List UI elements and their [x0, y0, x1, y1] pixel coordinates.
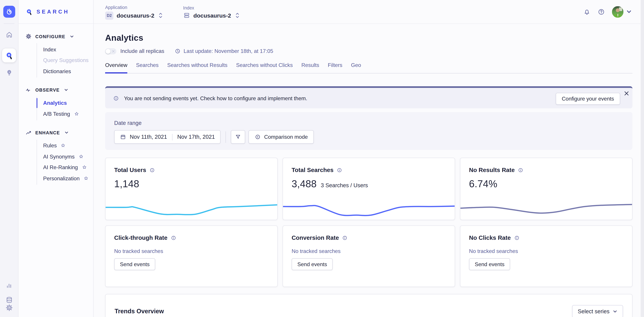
sidebar-item-label: Index: [43, 46, 56, 52]
metric-value: 1,148: [114, 178, 139, 190]
star-icon: [82, 165, 87, 170]
empty-state-text: No tracked searches: [292, 248, 455, 254]
toggle-off-x-icon: [112, 50, 115, 53]
toggle-knob: [106, 49, 110, 54]
star-icon: [83, 176, 89, 181]
search-product-icon: [5, 51, 13, 60]
info-icon[interactable]: [518, 167, 523, 173]
home-icon[interactable]: [5, 31, 13, 38]
date-range-button[interactable]: Nov 11th, 2021 Nov 17th, 2021: [114, 130, 220, 144]
sidebar-item-rules[interactable]: Rules: [43, 140, 93, 151]
info-icon[interactable]: [150, 167, 155, 173]
sidebar-item-label: AI Synonyms: [43, 154, 74, 160]
main-area: Application D2 docusaurus-2 Index: [94, 0, 644, 317]
info-icon[interactable]: [171, 235, 176, 240]
include-replicas-label: Include all replicas: [120, 48, 164, 54]
send-events-button[interactable]: Send events: [114, 258, 155, 270]
avatar[interactable]: [612, 6, 624, 18]
sidebar-item-ai-re-ranking[interactable]: AI Re-Ranking: [43, 162, 93, 173]
notifications-bell-icon[interactable]: [583, 8, 590, 16]
info-icon[interactable]: [342, 235, 348, 240]
sidebar-item-label: Analytics: [43, 100, 67, 106]
select-chevrons-icon: [235, 12, 239, 19]
chevron-down-icon: [64, 88, 68, 92]
sidebar-section-configure: CONFIGURE Index Query Suggestions Dictio…: [18, 33, 93, 78]
banner-message: You are not sending events yet. Check ho…: [124, 95, 307, 101]
trends-title: Trends Overview: [114, 308, 164, 314]
chevron-down-icon: [613, 309, 617, 314]
sidebar: SEARCH CONFIGURE I: [18, 0, 94, 317]
info-icon[interactable]: [514, 235, 520, 240]
date-separator: [172, 134, 172, 140]
sidebar-item-dictionaries[interactable]: Dictionaries: [43, 66, 93, 76]
star-icon: [78, 154, 84, 159]
product-wordmark: SEARCH: [36, 8, 70, 15]
sidebar-item-personalization[interactable]: Personalization: [43, 173, 93, 184]
star-icon: [74, 111, 79, 116]
filter-button[interactable]: [231, 130, 245, 144]
sidebar-item-ab-testing[interactable]: A/B Testing: [43, 108, 93, 119]
sidebar-item-query-suggestions[interactable]: Query Suggestions: [43, 55, 93, 66]
card-title: Conversion Rate: [292, 234, 339, 241]
select-series-label: Select series: [578, 308, 610, 314]
stopwatch-icon: [5, 8, 13, 16]
sidebar-section-observe-header[interactable]: OBSERVE: [26, 87, 93, 93]
send-events-button[interactable]: Send events: [292, 258, 333, 270]
monitoring-chart-icon[interactable]: [6, 282, 13, 289]
trends-overview-card: Trends Overview Select series: [105, 294, 632, 317]
sidebar-section-label: ENHANCE: [35, 130, 60, 135]
algolia-app-badge[interactable]: [3, 6, 15, 18]
card-title: No Results Rate: [469, 166, 515, 173]
pulse-icon: [26, 87, 32, 93]
total-searches-card: Total Searches 3,488 3 Searches / Users: [282, 158, 455, 220]
tab-searches[interactable]: Searches: [136, 62, 158, 74]
tab-results[interactable]: Results: [302, 62, 319, 74]
vertical-scrollbar[interactable]: [640, 0, 644, 317]
trending-up-icon: [26, 130, 32, 136]
tab-overview[interactable]: Overview: [105, 62, 128, 74]
data-database-icon[interactable]: [5, 296, 13, 304]
application-value: docusaurus-2: [117, 12, 154, 19]
select-chevrons-icon: [158, 12, 162, 19]
last-update-text: Last update: November 18th, at 17:05: [184, 48, 273, 54]
events-banner: You are not sending events yet. Check ho…: [105, 86, 632, 108]
sidebar-item-ai-synonyms[interactable]: AI Synonyms: [43, 151, 93, 162]
profile-chevron-down-icon[interactable]: [626, 9, 632, 14]
include-replicas-toggle[interactable]: [105, 48, 116, 54]
info-icon[interactable]: [337, 167, 342, 173]
sidebar-section-configure-header[interactable]: CONFIGURE: [26, 33, 93, 39]
info-icon: [113, 95, 119, 101]
sidebar-item-analytics[interactable]: Analytics: [43, 98, 93, 108]
tab-filters[interactable]: Filters: [328, 62, 342, 74]
recommend-lightbulb-icon[interactable]: [5, 69, 13, 77]
application-badge: D2: [105, 11, 114, 20]
product-rail: [0, 0, 18, 317]
application-selector[interactable]: Application D2 docusaurus-2: [105, 4, 162, 20]
sidebar-item-label: AI Re-Ranking: [43, 164, 78, 170]
calendar-icon: [120, 134, 126, 140]
configure-events-button[interactable]: Configure your events: [556, 93, 620, 104]
application-label: Application: [105, 5, 162, 10]
send-events-button[interactable]: Send events: [469, 258, 510, 270]
index-selector[interactable]: Index docusaurus-2: [183, 4, 239, 19]
tab-searches-without-clicks[interactable]: Searches without Clicks: [236, 62, 293, 74]
date-range-label: Date range: [114, 120, 624, 126]
clock-icon: [174, 48, 181, 54]
metric-cards-row-1: Total Users 1,148 Total Searches: [105, 158, 632, 220]
date-end: Nov 17th, 2021: [177, 134, 215, 140]
tab-geo[interactable]: Geo: [351, 62, 361, 74]
settings-gear-icon[interactable]: [5, 304, 13, 312]
total-users-sparkline: [106, 198, 277, 220]
sidebar-section-enhance-header[interactable]: ENHANCE: [26, 130, 93, 136]
tabs-row: OverviewSearchesSearches without Results…: [105, 62, 632, 74]
sidebar-item-index[interactable]: Index: [43, 44, 93, 55]
close-icon[interactable]: [624, 91, 629, 96]
tab-searches-without-results[interactable]: Searches without Results: [167, 62, 227, 74]
total-users-card: Total Users 1,148: [105, 158, 278, 220]
rail-item-search-active[interactable]: [2, 48, 16, 62]
sidebar-section-label: OBSERVE: [35, 88, 60, 92]
comparison-mode-button[interactable]: Comparison mode: [248, 130, 314, 144]
help-icon[interactable]: [598, 8, 605, 16]
meta-row: Include all replicas Last update: Novemb…: [105, 48, 632, 54]
select-series-button[interactable]: Select series: [572, 305, 623, 317]
